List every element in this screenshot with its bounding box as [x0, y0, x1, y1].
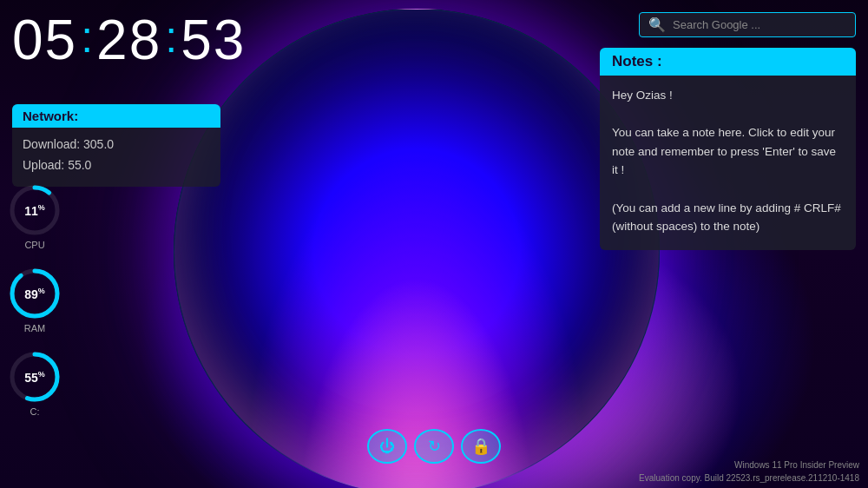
clock-seconds: 53	[181, 12, 246, 68]
decorative-circle	[174, 9, 660, 488]
refresh-button[interactable]: ↻	[414, 429, 454, 464]
search-icon: 🔍	[648, 16, 666, 33]
lock-button[interactable]: 🔒	[461, 429, 501, 464]
refresh-icon: ↻	[428, 437, 441, 456]
upload-value: 55.0	[68, 158, 91, 172]
download-label: Download:	[23, 137, 80, 151]
status-line2: Evaluation copy. Build 22523.rs_prerelea…	[639, 472, 859, 485]
power-icon: ⏻	[379, 438, 395, 456]
status-line1: Windows 11 Pro Insider Preview	[639, 458, 859, 472]
upload-row: Upload: 55.0	[23, 155, 210, 176]
upload-label: Upload:	[23, 158, 64, 172]
lock-icon: 🔒	[471, 437, 490, 456]
network-header: Network:	[12, 104, 220, 128]
gauge-ram: 89% RAM	[7, 266, 62, 333]
bottom-toolbar: ⏻ ↻ 🔒	[367, 429, 501, 464]
download-value: 305.0	[83, 137, 114, 151]
clock-sep1: :	[81, 16, 93, 59]
search-input[interactable]	[673, 18, 846, 31]
gauges-container: 11% CPU 89% RAM 55% C:	[0, 182, 62, 417]
notes-header: Notes :	[600, 48, 856, 76]
search-widget[interactable]: 🔍	[639, 12, 856, 37]
status-bar: Windows 11 Pro Insider Preview Evaluatio…	[639, 458, 859, 485]
clock-hours: 05	[12, 12, 77, 68]
network-body: Download: 305.0 Upload: 55.0	[12, 128, 220, 187]
download-row: Download: 305.0	[23, 135, 210, 155]
notes-body[interactable]: Hey Ozias !You can take a note here. Cli…	[600, 76, 856, 250]
power-button[interactable]: ⏻	[367, 429, 407, 464]
gauge-cpu: 11% CPU	[7, 182, 62, 250]
clock-widget: 05 : 28 : 53	[12, 12, 246, 68]
clock-minutes: 28	[96, 12, 161, 68]
network-widget: Network: Download: 305.0 Upload: 55.0	[12, 104, 220, 187]
gauge-c:: 55% C:	[7, 349, 62, 417]
notes-widget: Notes : Hey Ozias !You can take a note h…	[600, 48, 856, 250]
clock-sep2: :	[165, 16, 177, 59]
